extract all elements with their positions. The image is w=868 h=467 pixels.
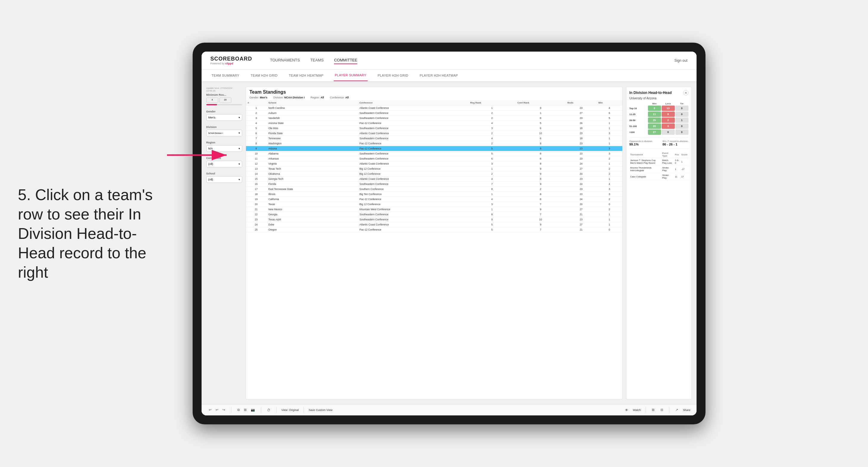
- undo-button[interactable]: ↩: [208, 407, 213, 412]
- cell-conference: Southeastern Conference: [358, 212, 468, 217]
- table-icon[interactable]: ⊟: [659, 407, 664, 412]
- table-row[interactable]: 15 Georgia Tech Atlantic Coast Conferenc…: [246, 177, 622, 182]
- gender-select[interactable]: Men's ▾: [206, 114, 242, 121]
- nav-tournaments[interactable]: TOURNAMENTS: [270, 57, 300, 64]
- division-select[interactable]: NCAA Division I ▾: [206, 130, 242, 136]
- toolbar-divider-4: [304, 407, 304, 413]
- min-rounds-min[interactable]: 4: [206, 97, 218, 103]
- cell-school: New Mexico: [267, 207, 358, 212]
- camera-button[interactable]: 📷: [250, 407, 256, 412]
- toolbar-divider-3: [276, 407, 277, 413]
- rounds-slider[interactable]: [206, 104, 242, 105]
- cell-rank: 17: [246, 187, 267, 192]
- table-row[interactable]: 9 Arizona Pac-12 Conference 5 8 23 3: [246, 146, 622, 151]
- tablet-screen: SCOREBOARD Powered by clippd TOURNAMENTS…: [202, 52, 696, 415]
- min-rounds-max[interactable]: 20: [219, 97, 231, 103]
- tourn-pos: 11: [674, 173, 680, 180]
- cell-conf-rank: 6: [516, 126, 566, 131]
- redo-button[interactable]: ↩: [214, 407, 219, 412]
- h2h-stats-row: Opponents in division: 99.1% W-L-T recor…: [629, 140, 688, 146]
- school-select[interactable]: (All) ▾: [206, 176, 242, 183]
- table-row[interactable]: 3 Vanderbilt Southeastern Conference 2 8…: [246, 116, 622, 121]
- cell-win: 2: [597, 166, 622, 172]
- table-scroll-area[interactable]: # School Conference Reg Rank Conf Rank R…: [246, 100, 622, 399]
- cell-conf-rank: 8: [516, 146, 566, 151]
- table-row[interactable]: 23 Texas A&M Southeastern Conference 9 1…: [246, 217, 622, 222]
- share-icon[interactable]: ↗: [674, 407, 679, 412]
- subnav-team-h2h-grid[interactable]: TEAM H2H GRID: [250, 70, 279, 81]
- cell-school: Oklahoma: [267, 172, 358, 177]
- table-row[interactable]: 18 Illinois Big Ten Conference 1 9 23 3: [246, 192, 622, 197]
- cell-conf-rank: 9: [516, 222, 566, 227]
- subnav-team-summary[interactable]: TEAM SUMMARY: [211, 70, 241, 81]
- paste-button[interactable]: ⊞: [243, 407, 248, 412]
- cell-rank: 21: [246, 207, 267, 212]
- table-row[interactable]: 22 Georgia Southeastern Conference 8 7 2…: [246, 212, 622, 217]
- watch-label[interactable]: Watch: [633, 408, 641, 411]
- cell-win: 1: [597, 177, 622, 182]
- h2h-row: 26-50 25 2 1: [629, 118, 688, 123]
- close-button[interactable]: ✕: [683, 90, 688, 95]
- table-row[interactable]: 20 Texas Big 12 Conference 3 7 20 0: [246, 202, 622, 207]
- nav-teams[interactable]: TEAMS: [310, 57, 324, 64]
- cell-rnds: 24: [566, 197, 596, 202]
- subnav-player-h2h-grid[interactable]: PLAYER H2H GRID: [377, 70, 410, 81]
- nav-committee[interactable]: COMMITTEE: [334, 57, 357, 64]
- h2h-range: 11-25: [629, 113, 647, 116]
- update-time: Update time: 27/03/2024 16:56:26: [206, 87, 242, 92]
- cell-rank: 16: [246, 182, 267, 187]
- sign-out-link[interactable]: Sign out: [674, 58, 687, 63]
- table-meta: Gender: Men's Division: NCAA Division I …: [250, 96, 619, 99]
- h2h-title-row: In Division Head-to-Head ✕: [629, 90, 688, 95]
- standings-table-container: Team Standings Gender: Men's Division: N…: [246, 87, 623, 399]
- table-row[interactable]: 19 California Pac-12 Conference 4 8 24 2: [246, 197, 622, 202]
- cell-rank: 1: [246, 105, 267, 111]
- cell-conference: Atlantic Coast Conference: [358, 222, 468, 227]
- table-row[interactable]: 17 East Tennessee State Southern Confere…: [246, 187, 622, 192]
- subnav-player-summary[interactable]: PLAYER SUMMARY: [334, 70, 368, 81]
- cell-win: 2: [597, 172, 622, 177]
- table-row[interactable]: 13 Texas Tech Big 12 Conference 1 9 27 2: [246, 166, 622, 172]
- h2h-opponents-section: Opponents in division: 99.1%: [629, 140, 653, 146]
- cell-school: Auburn: [267, 111, 358, 116]
- h2h-col-loss: Loss: [662, 102, 675, 105]
- save-custom-label[interactable]: Save Custom View: [309, 408, 333, 411]
- cell-reg-rank: 2: [468, 111, 516, 116]
- table-row[interactable]: 6 Florida State Atlantic Coast Conferenc…: [246, 131, 622, 136]
- h2h-win: 11: [648, 112, 661, 117]
- table-row[interactable]: 24 Duke Atlantic Coast Conference 5 9 27…: [246, 222, 622, 227]
- table-row[interactable]: 11 Arkansas Southeastern Conference 6 8 …: [246, 156, 622, 161]
- table-row[interactable]: 10 Alabama Southeastern Conference 5 8 2…: [246, 151, 622, 156]
- cell-rank: 22: [246, 212, 267, 217]
- h2h-loss: 0: [662, 129, 675, 135]
- h2h-win: 3: [648, 105, 661, 111]
- table-row[interactable]: 7 Tennessee Southeastern Conference 4 6 …: [246, 136, 622, 141]
- table-row[interactable]: 4 Arizona State Pac-12 Conference 4 5 26…: [246, 121, 622, 126]
- subnav-player-h2h-heatmap[interactable]: PLAYER H2H HEATMAP: [418, 70, 459, 81]
- cell-rnds: 23: [566, 192, 596, 197]
- h2h-range: Top 10: [629, 107, 647, 110]
- table-row[interactable]: 2 Auburn Southeastern Conference 2 1 27 …: [246, 111, 622, 116]
- h2h-divider: [629, 137, 688, 137]
- table-row[interactable]: 8 Washington Pac-12 Conference 2 8 23 1: [246, 141, 622, 146]
- table-row[interactable]: 1 North Carolina Atlantic Coast Conferen…: [246, 105, 622, 111]
- table-row[interactable]: 16 Florida Southeastern Conference 7 9 2…: [246, 182, 622, 187]
- cell-reg-rank: 7: [468, 182, 516, 187]
- region-label: Region: [206, 141, 242, 144]
- forward-button[interactable]: ↪: [221, 407, 226, 412]
- copy-button[interactable]: ⧉: [236, 407, 241, 412]
- watch-icon[interactable]: 👁: [624, 408, 629, 412]
- view-original-label[interactable]: View: Original: [281, 408, 299, 411]
- cell-school: Arkansas: [267, 156, 358, 161]
- table-row[interactable]: 12 Virginia Atlantic Coast Conference 3 …: [246, 161, 622, 166]
- grid-icon[interactable]: ⊞: [651, 407, 656, 412]
- share-label[interactable]: Share: [683, 408, 690, 411]
- table-row[interactable]: 14 Oklahoma Big 12 Conference 2 9 24 2: [246, 172, 622, 177]
- clock-button[interactable]: ⏱: [266, 408, 272, 412]
- table-row[interactable]: 5 Ole Miss Southeastern Conference 3 6 1…: [246, 126, 622, 131]
- subnav-team-h2h-heatmap[interactable]: TEAM H2H HEATMAP: [288, 70, 325, 81]
- h2h-loss: 13: [662, 105, 675, 111]
- table-row[interactable]: 25 Oregon Pac-12 Conference 5 7 21 0: [246, 227, 622, 232]
- table-row[interactable]: 21 New Mexico Mountain West Conference 1…: [246, 207, 622, 212]
- tourn-col-type: Event Type: [661, 151, 674, 158]
